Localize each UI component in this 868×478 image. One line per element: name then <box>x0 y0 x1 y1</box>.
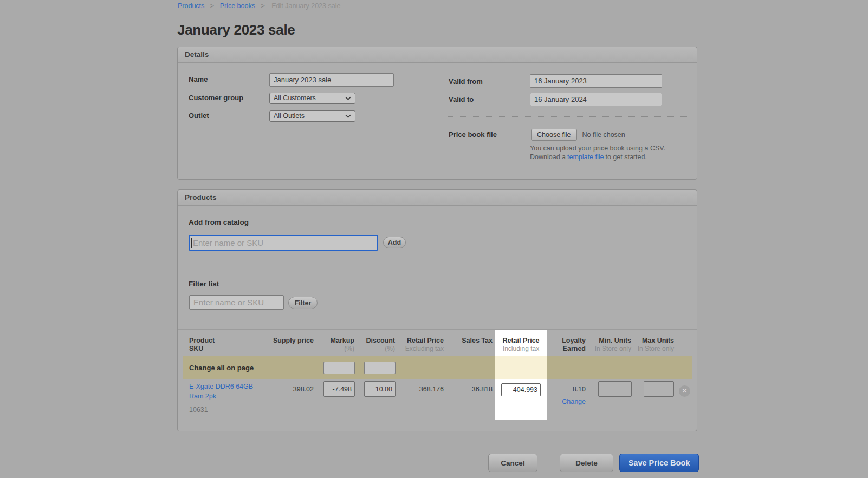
loyalty-earned-value: 8.10 <box>573 385 586 393</box>
breadcrumb-link-price-books[interactable]: Price books <box>220 2 255 10</box>
details-panel-header: Details <box>178 47 697 63</box>
breadcrumb-current: Edit January 2023 sale <box>271 2 340 10</box>
cancel-button[interactable]: Cancel <box>488 454 537 472</box>
outlet-select[interactable]: All Outlets <box>269 110 355 122</box>
text-caret <box>191 238 192 248</box>
details-panel: Details Name Customer group All Customer… <box>177 47 697 180</box>
filter-list-input[interactable] <box>189 295 284 310</box>
add-from-catalog-label: Add from catalog <box>189 218 249 226</box>
col-header-supply-price: Supply price <box>266 330 315 356</box>
price-book-file-label: Price book file <box>449 130 497 139</box>
csv-help-line1: You can upload your price book using a C… <box>530 145 665 152</box>
change-all-label: Change all on page <box>183 356 266 379</box>
help-prefix: Download a <box>530 153 566 161</box>
valid-to-input[interactable] <box>530 93 662 106</box>
loyalty-change-link[interactable]: Change <box>547 398 586 405</box>
name-input[interactable] <box>269 73 394 87</box>
customer-group-value: All Customers <box>274 94 316 102</box>
table-row: E-Xgate DDR6 64GB Ram 2pk 10631 398.02 3… <box>183 379 692 420</box>
breadcrumb: Products > Price books > Edit January 20… <box>178 2 340 10</box>
breadcrumb-separator: > <box>261 2 264 10</box>
template-file-link[interactable]: template file <box>567 153 604 161</box>
products-panel-header: Products <box>178 190 697 206</box>
product-sku: 10631 <box>189 405 263 415</box>
valid-to-label: Valid to <box>449 95 474 103</box>
col-header-retail-price-inc: Retail Price Including tax <box>495 330 547 356</box>
col-header-product-sku: Product SKU <box>183 330 266 356</box>
chevron-down-icon <box>345 114 351 118</box>
col-header-min-units: Min. Units In Store only <box>587 330 632 356</box>
table-header-row: Product SKU Supply price Markup (%) Disc… <box>183 330 692 356</box>
price-book-file-control: Choose file No file chosen <box>531 129 625 141</box>
price-book-edit-page: Products > Price books > Edit January 20… <box>0 0 868 478</box>
change-all-retail-inc-cell <box>495 356 547 379</box>
product-name-link[interactable]: E-Xgate DDR6 64GB Ram 2pk <box>189 383 253 400</box>
outlet-value: All Outlets <box>274 112 305 120</box>
breadcrumb-link-products[interactable]: Products <box>178 2 204 10</box>
add-button[interactable]: Add <box>383 237 406 248</box>
markup-input[interactable] <box>323 381 355 397</box>
delete-button[interactable]: Delete <box>560 454 613 472</box>
change-all-discount-input[interactable] <box>364 362 396 374</box>
change-all-row: Change all on page <box>183 356 692 379</box>
close-icon: ✕ <box>682 387 687 395</box>
col-header-retail-price-ex: Retail Price Excluding tax <box>396 330 445 356</box>
page-title: January 2023 sale <box>177 22 295 38</box>
sales-tax-value: 36.818 <box>445 379 495 420</box>
add-from-catalog-field <box>189 235 378 251</box>
filter-list-label: Filter list <box>189 280 219 288</box>
details-dotted-divider <box>448 116 692 117</box>
products-panel: Products Add from catalog Add Filter lis… <box>177 189 697 431</box>
chevron-down-icon <box>345 96 351 100</box>
no-file-chosen-text: No file chosen <box>582 131 625 139</box>
file-separator <box>578 129 578 141</box>
outlet-label: Outlet <box>189 112 209 120</box>
retail-price-inc-tax-cell <box>495 379 547 420</box>
help-suffix: to get started. <box>605 153 646 161</box>
products-table: Product SKU Supply price Markup (%) Disc… <box>183 330 692 420</box>
col-header-max-units: Max Units In Store only <box>632 330 677 356</box>
section-divider <box>178 267 697 267</box>
breadcrumb-separator: > <box>210 2 214 10</box>
footer-divider <box>177 448 703 448</box>
retail-price-ex-tax-value: 368.176 <box>396 379 445 420</box>
choose-file-button[interactable]: Choose file <box>531 129 577 141</box>
supply-price-value: 398.02 <box>266 379 315 420</box>
remove-product-button[interactable]: ✕ <box>679 385 690 397</box>
save-price-book-button[interactable]: Save Price Book <box>619 454 699 472</box>
col-header-markup: Markup (%) <box>315 330 355 356</box>
col-header-loyalty: Loyalty Earned <box>547 330 587 356</box>
details-column-divider <box>437 62 437 179</box>
customer-group-label: Customer group <box>189 94 243 102</box>
customer-group-select[interactable]: All Customers <box>269 93 355 104</box>
valid-from-label: Valid from <box>449 77 483 86</box>
retail-price-inc-tax-input[interactable] <box>501 383 541 396</box>
name-label: Name <box>189 75 208 83</box>
min-units-input[interactable] <box>598 381 632 397</box>
col-header-remove <box>677 330 692 356</box>
max-units-input[interactable] <box>644 381 674 397</box>
col-header-discount: Discount (%) <box>355 330 396 356</box>
change-all-markup-input[interactable] <box>323 362 355 374</box>
col-header-sales-tax: Sales Tax <box>445 330 495 356</box>
csv-help-line2: Download atemplate fileto get started. <box>530 153 647 161</box>
add-from-catalog-input[interactable] <box>189 235 378 251</box>
valid-from-input[interactable] <box>530 74 662 88</box>
filter-button[interactable]: Filter <box>288 297 318 309</box>
discount-input[interactable] <box>364 381 396 397</box>
